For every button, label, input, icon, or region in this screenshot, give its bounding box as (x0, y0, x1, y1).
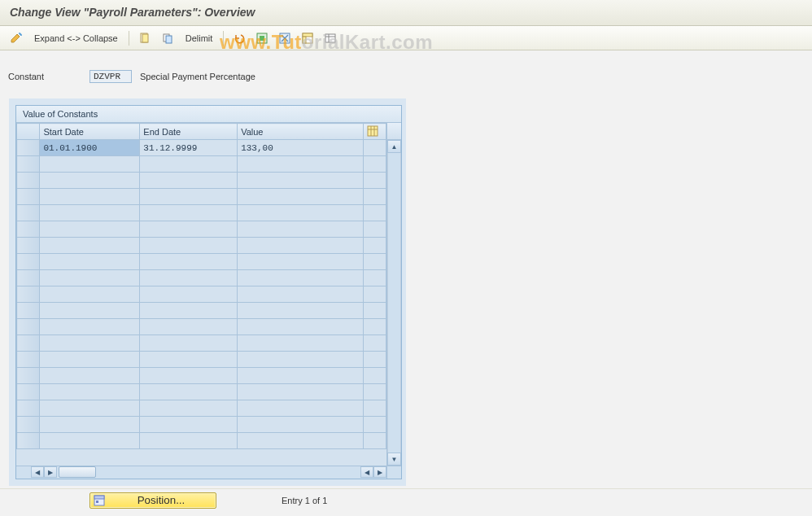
cell-end-date[interactable] (140, 173, 238, 189)
table-row[interactable] (17, 368, 386, 384)
table-row[interactable] (17, 335, 386, 352)
row-selector[interactable] (17, 238, 40, 254)
scroll-right-button[interactable]: ▶ (44, 466, 57, 478)
cell-start-date[interactable] (40, 156, 140, 173)
cell-value[interactable] (238, 319, 363, 335)
row-selector[interactable] (17, 433, 40, 449)
table-row[interactable] (17, 319, 386, 335)
row-selector[interactable] (17, 400, 40, 417)
row-selector[interactable] (17, 156, 40, 173)
cell-end-date[interactable] (140, 286, 238, 303)
select-all-button[interactable] (252, 30, 272, 46)
cell-end-date[interactable] (140, 319, 238, 335)
row-selector[interactable] (17, 270, 40, 286)
cell-end-date[interactable] (140, 303, 238, 319)
copy-button[interactable] (158, 30, 177, 46)
new-entries-button[interactable] (135, 30, 155, 46)
table-row[interactable] (17, 238, 386, 254)
table-row[interactable] (17, 417, 386, 433)
cell-value[interactable] (238, 335, 363, 352)
vertical-scrollbar[interactable]: ▲ ▼ (386, 123, 401, 466)
col-end-date[interactable]: End Date (140, 124, 238, 140)
table-row[interactable] (17, 303, 386, 319)
scroll-right-end-button[interactable]: ▶ (373, 466, 386, 478)
cell-start-date[interactable]: 01.01.1900 (40, 140, 140, 156)
delimit-button[interactable]: Delimit (181, 33, 218, 43)
cell-end-date[interactable] (140, 270, 238, 286)
cell-end-date[interactable]: 31.12.9999 (140, 140, 238, 156)
cell-start-date[interactable] (40, 270, 140, 286)
table-row[interactable] (17, 156, 386, 173)
cell-value[interactable] (238, 303, 363, 319)
cell-start-date[interactable] (40, 189, 140, 205)
cell-end-date[interactable] (140, 417, 238, 433)
cell-end-date[interactable] (140, 400, 238, 417)
deselect-all-button[interactable] (275, 30, 295, 46)
cell-end-date[interactable] (140, 205, 238, 221)
cell-start-date[interactable] (40, 384, 140, 400)
table-row[interactable] (17, 205, 386, 221)
row-selector[interactable] (17, 254, 40, 270)
cell-end-date[interactable] (140, 189, 238, 205)
scroll-down-button[interactable]: ▼ (387, 453, 401, 466)
horizontal-scrollbar[interactable]: ◀ ▶ ◀ ▶ (16, 466, 401, 479)
cell-value[interactable] (238, 400, 363, 417)
table-row[interactable] (17, 173, 386, 189)
row-selector[interactable] (17, 319, 40, 335)
cell-value[interactable] (238, 270, 363, 286)
select-block-button[interactable] (298, 30, 317, 46)
cell-end-date[interactable] (140, 221, 238, 238)
table-row[interactable] (17, 352, 386, 368)
cell-start-date[interactable] (40, 335, 140, 352)
cell-value[interactable]: 133,00 (238, 140, 363, 156)
row-selector[interactable] (17, 384, 40, 400)
cell-start-date[interactable] (40, 368, 140, 384)
cell-value[interactable] (238, 254, 363, 270)
row-selector[interactable] (17, 173, 40, 189)
configure-columns-button[interactable] (363, 124, 386, 140)
cell-start-date[interactable] (40, 319, 140, 335)
cell-value[interactable] (238, 286, 363, 303)
cell-value[interactable] (238, 238, 363, 254)
cell-end-date[interactable] (140, 352, 238, 368)
cell-value[interactable] (238, 156, 363, 173)
row-selector[interactable] (17, 221, 40, 238)
table-row[interactable] (17, 384, 386, 400)
undo-button[interactable] (229, 30, 249, 46)
cell-end-date[interactable] (140, 254, 238, 270)
cell-value[interactable] (238, 368, 363, 384)
cell-start-date[interactable] (40, 221, 140, 238)
print-button[interactable] (321, 30, 340, 46)
table-row[interactable] (17, 254, 386, 270)
toggle-edit-button[interactable] (7, 30, 26, 46)
cell-value[interactable] (238, 417, 363, 433)
cell-value[interactable] (238, 433, 363, 449)
cell-start-date[interactable] (40, 417, 140, 433)
row-selector[interactable] (17, 417, 40, 433)
cell-value[interactable] (238, 189, 363, 205)
col-start-date[interactable]: Start Date (40, 124, 140, 140)
table-row[interactable] (17, 286, 386, 303)
cell-value[interactable] (238, 205, 363, 221)
expand-collapse-button[interactable]: Expand <-> Collapse (29, 33, 123, 43)
table-row[interactable] (17, 270, 386, 286)
scroll-left-end-button[interactable]: ◀ (360, 466, 373, 478)
cell-end-date[interactable] (140, 433, 238, 449)
row-selector[interactable] (17, 205, 40, 221)
row-selector[interactable] (17, 189, 40, 205)
cell-end-date[interactable] (140, 384, 238, 400)
table-row[interactable] (17, 189, 386, 205)
cell-start-date[interactable] (40, 254, 140, 270)
scroll-thumb[interactable] (59, 466, 96, 478)
row-selector[interactable] (17, 286, 40, 303)
table-corner[interactable] (17, 124, 40, 140)
scroll-left-button[interactable]: ◀ (31, 466, 44, 478)
cell-start-date[interactable] (40, 303, 140, 319)
col-value[interactable]: Value (238, 124, 363, 140)
cell-start-date[interactable] (40, 400, 140, 417)
row-selector[interactable] (17, 303, 40, 319)
row-selector[interactable] (17, 140, 40, 156)
cell-start-date[interactable] (40, 205, 140, 221)
cell-end-date[interactable] (140, 156, 238, 173)
cell-start-date[interactable] (40, 433, 140, 449)
